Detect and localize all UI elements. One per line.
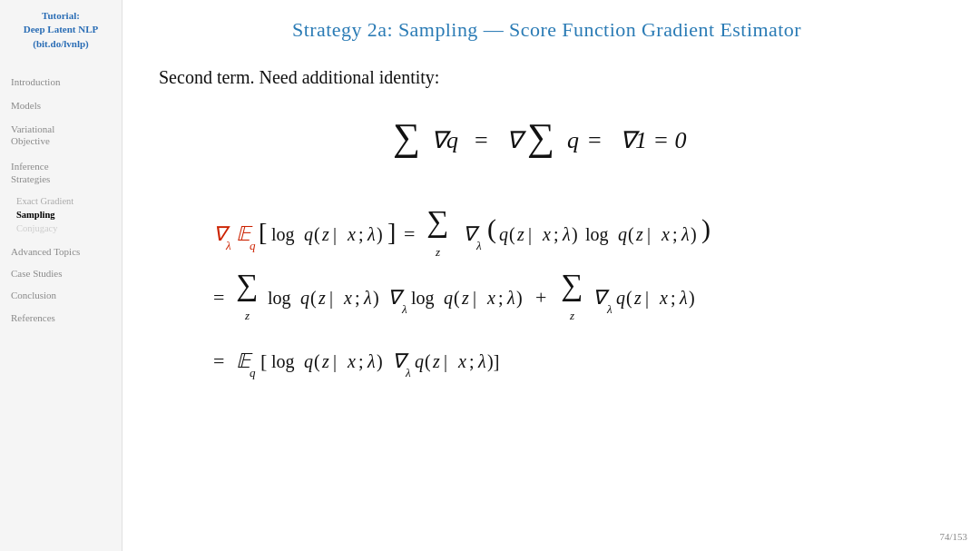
- svg-text:λ: λ: [606, 302, 612, 316]
- svg-text:q: q: [300, 288, 309, 309]
- svg-text:λ: λ: [405, 366, 411, 379]
- svg-text:log: log: [411, 288, 435, 309]
- svg-text:x: x: [343, 288, 352, 308]
- svg-text:z: z: [461, 288, 469, 308]
- svg-text:λ: λ: [225, 239, 231, 252]
- svg-text:λ: λ: [506, 288, 515, 308]
- svg-text:[: [: [260, 349, 267, 372]
- svg-text:;: ;: [672, 224, 678, 244]
- sidebar: Tutorial: Deep Latent NLP (bit.do/lvnlp)…: [0, 0, 122, 551]
- sidebar-item-inference[interactable]: InferenceStrategies: [7, 157, 114, 189]
- svg-text:): ): [701, 213, 710, 244]
- svg-text:=: =: [404, 222, 415, 245]
- svg-text:(: (: [314, 224, 320, 245]
- svg-text:q: q: [250, 366, 256, 379]
- svg-text:q: q: [415, 351, 424, 372]
- svg-text:∑: ∑: [426, 204, 448, 239]
- svg-text:x: x: [347, 351, 356, 371]
- sidebar-title: Tutorial: Deep Latent NLP (bit.do/lvnlp): [7, 9, 114, 51]
- svg-text:(: (: [509, 224, 515, 245]
- svg-text:z: z: [321, 351, 329, 371]
- svg-text:λ: λ: [477, 351, 486, 371]
- svg-text:λ: λ: [475, 239, 482, 252]
- sidebar-item-conclusion[interactable]: Conclusion: [7, 286, 114, 304]
- sidebar-item-introduction[interactable]: Introduction: [7, 73, 114, 91]
- svg-text:z: z: [435, 245, 440, 259]
- svg-text:|: |: [333, 351, 337, 372]
- svg-text:z: z: [635, 224, 643, 244]
- svg-text:z: z: [321, 224, 329, 244]
- sidebar-subitem-sampling[interactable]: Sampling: [7, 208, 114, 221]
- svg-text:=: =: [475, 127, 488, 153]
- svg-text:z: z: [633, 288, 642, 308]
- svg-text:(: (: [626, 288, 632, 309]
- svg-text:log: log: [271, 351, 295, 372]
- sidebar-item-case-studies[interactable]: Case Studies: [7, 264, 114, 282]
- svg-text:(: (: [487, 213, 496, 244]
- sidebar-item-references[interactable]: References: [7, 309, 114, 327]
- math-svg-2: ∇ λ 𝔼 q [ log q ( z | x ; λ ) ] = ∑ z: [204, 191, 980, 399]
- svg-text:x: x: [661, 224, 670, 244]
- sidebar-item-models[interactable]: Models: [7, 96, 114, 114]
- svg-text:;: ;: [355, 288, 360, 308]
- svg-text:z: z: [244, 309, 250, 322]
- svg-text:[: [: [259, 218, 267, 246]
- svg-text:log: log: [585, 224, 609, 245]
- sidebar-subitem-conjugacy[interactable]: Conjugacy: [7, 221, 114, 235]
- svg-text:λ: λ: [681, 224, 690, 244]
- svg-text:∑: ∑: [561, 268, 583, 302]
- svg-text:q: q: [304, 224, 313, 245]
- svg-text:;: ;: [358, 224, 364, 244]
- svg-text:(: (: [314, 351, 320, 372]
- svg-text:z: z: [516, 224, 524, 244]
- svg-text:x: x: [347, 224, 356, 244]
- svg-text:): ): [516, 288, 523, 309]
- svg-text:;: ;: [469, 351, 475, 371]
- svg-text:): ): [377, 224, 383, 245]
- svg-text:q: q: [499, 224, 508, 245]
- svg-text:λ: λ: [401, 302, 407, 316]
- svg-text:|: |: [333, 224, 337, 245]
- svg-text:q: q: [250, 239, 256, 252]
- svg-text:λ: λ: [367, 351, 376, 371]
- svg-text:;: ;: [498, 288, 504, 308]
- svg-text:∑: ∑: [527, 116, 554, 158]
- svg-text:|: |: [473, 288, 476, 309]
- svg-text:=: =: [213, 349, 224, 372]
- slide-subtitle: Second term. Need additional identity:: [159, 67, 935, 88]
- svg-text:;: ;: [358, 351, 364, 371]
- svg-text:+: +: [535, 286, 546, 309]
- svg-text:): ): [373, 288, 379, 309]
- svg-text:∑: ∑: [236, 268, 258, 302]
- svg-text:(: (: [425, 351, 431, 372]
- svg-text:λ: λ: [679, 288, 688, 308]
- svg-text:): ): [689, 288, 695, 309]
- svg-text:=: =: [213, 286, 224, 309]
- svg-text:=: =: [588, 127, 602, 153]
- svg-text:log: log: [271, 224, 295, 245]
- math-equation-1: ∑ ∇q = ∇ ∑ q = ∇1 = 0: [159, 104, 935, 178]
- svg-text:q: q: [444, 288, 453, 309]
- svg-text:∇1 = 0: ∇1 = 0: [620, 127, 687, 153]
- svg-text:∑: ∑: [393, 116, 420, 158]
- main-content: Strategy 2a: Sampling — Score Function G…: [122, 0, 980, 551]
- svg-text:x: x: [457, 351, 466, 371]
- svg-text:(: (: [310, 288, 317, 309]
- svg-text:λ: λ: [367, 224, 376, 244]
- svg-text:q: q: [616, 288, 625, 309]
- sidebar-item-advanced-topics[interactable]: Advanced Topics: [7, 242, 114, 261]
- svg-text:;: ;: [554, 224, 559, 244]
- svg-text:;: ;: [671, 288, 676, 308]
- svg-text:z: z: [318, 288, 326, 308]
- svg-text:]: ]: [387, 218, 396, 246]
- svg-text:λ: λ: [363, 288, 372, 308]
- svg-text:q: q: [304, 351, 313, 372]
- svg-text:|: |: [645, 288, 649, 309]
- sidebar-subitem-exact-gradient[interactable]: Exact Gradient: [7, 194, 114, 208]
- svg-text:∇: ∇: [506, 127, 527, 153]
- svg-text:): ): [691, 224, 697, 245]
- sidebar-item-variational[interactable]: VariationalObjective: [7, 121, 114, 150]
- svg-text:x: x: [486, 288, 495, 308]
- svg-text:|: |: [647, 224, 651, 245]
- svg-text:)]: )]: [487, 351, 499, 372]
